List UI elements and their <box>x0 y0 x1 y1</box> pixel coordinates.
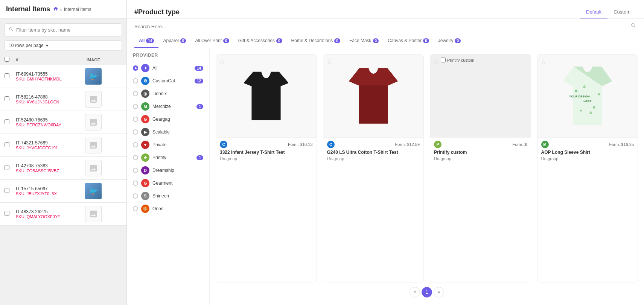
provider-icon: 🎨 <box>141 205 149 213</box>
provider-radio[interactable] <box>133 142 138 147</box>
provider-item-private[interactable]: ♥ Private <box>133 138 203 151</box>
provider-radio[interactable] <box>133 91 138 96</box>
search-bar[interactable] <box>5 23 122 36</box>
cat-tab-face-mask[interactable]: Face Mask 0 <box>345 34 383 48</box>
product-price-row: C Form: $12.59 <box>327 141 420 148</box>
cat-tab-badge: 0 <box>423 38 429 43</box>
cat-tab-gift-&-accessories[interactable]: Gift & Accessories 0 <box>234 34 287 48</box>
provider-radio[interactable] <box>133 65 138 71</box>
svg-point-4 <box>580 109 582 111</box>
product-image <box>85 114 102 130</box>
table-rows: IT-69941-73555 SKU: GMHY4OTNKMDL 🐦 IT-58… <box>0 65 126 305</box>
product-image-aop-shirt: YOUR DESIGN HERE <box>563 64 612 128</box>
provider-radio[interactable] <box>133 193 138 199</box>
product-image <box>85 91 102 108</box>
provider-icon: G <box>141 179 149 187</box>
provider-left: D Dreamship <box>133 166 174 175</box>
provider-item-printify[interactable]: ★ Printify 1 <box>133 151 203 164</box>
svg-text:HERE: HERE <box>583 100 592 103</box>
row-checkbox[interactable] <box>5 211 9 216</box>
products-grid: ☆ C Form: $10.13 3322 Infant Jersey T-Sh… <box>216 54 638 282</box>
pagination-next[interactable]: » <box>434 287 444 297</box>
star-button[interactable]: ☆ <box>219 58 225 66</box>
select-all-checkbox[interactable] <box>5 57 9 62</box>
provider-radio[interactable] <box>133 155 138 160</box>
provider-radio[interactable] <box>133 168 138 173</box>
pagination-prev[interactable]: « <box>410 287 420 297</box>
provider-radio[interactable] <box>133 129 138 135</box>
cat-tab-label: Face Mask <box>349 38 371 43</box>
table-row: IT-48373-26275 SKU: QMALYOGXF0YF <box>0 203 126 226</box>
product-card: ☆ YOUR DESIGN HERE M Form: $16.25 AOP Lo… <box>537 54 638 282</box>
provider-item-lionnix[interactable]: ◎ Lionnix <box>133 87 203 100</box>
product-type-title: #Product type <box>134 8 180 16</box>
provider-title: Provider <box>133 53 203 58</box>
star-button[interactable]: ☆ <box>540 58 547 66</box>
cat-tab-jewelry[interactable]: Jewelry 0 <box>434 34 465 48</box>
row-checkbox[interactable] <box>5 165 9 170</box>
row-checkbox[interactable] <box>5 188 9 193</box>
provider-item-shineon[interactable]: S Shineon <box>133 190 203 202</box>
pagination-current[interactable]: 1 <box>422 287 432 297</box>
provider-radio[interactable] <box>133 181 138 186</box>
search-input[interactable] <box>16 27 118 33</box>
view-tabs: DefaultCustom <box>580 6 636 18</box>
star-button[interactable]: ☆ <box>433 58 439 66</box>
provider-item-gearment[interactable]: G Gearment <box>133 177 203 190</box>
cat-tab-all-over-print[interactable]: All Over Print 0 <box>190 34 233 48</box>
cat-tab-label: All Over Print <box>195 38 222 43</box>
product-ungroup[interactable]: Un-group <box>220 156 313 161</box>
provider-radio[interactable] <box>133 206 138 211</box>
left-header: Internal Items » Internal Items <box>0 0 126 19</box>
chevron-down-icon: ▾ <box>46 43 48 48</box>
row-checkbox[interactable] <box>5 119 9 124</box>
product-search-input[interactable] <box>134 24 627 29</box>
provider-item-onos[interactable]: 🎨 Onos <box>133 202 203 215</box>
provider-left: G Geargag <box>133 115 170 123</box>
printify-custom-checkbox[interactable] <box>441 58 446 62</box>
svg-text:YOUR DESIGN: YOUR DESIGN <box>569 95 590 98</box>
home-icon[interactable] <box>53 6 58 12</box>
table-row: IT-15715-65097 SKU: JBUZXJYT0L6X 🐦 <box>0 180 126 203</box>
provider-left: S Shineon <box>133 192 169 200</box>
provider-item-scalable[interactable]: ▶ Scalable <box>133 126 203 138</box>
product-image-area: ☆ Printify custom <box>430 55 531 137</box>
provider-name: Scalable <box>152 129 170 135</box>
row-checkbox[interactable] <box>5 142 9 147</box>
provider-item-customcat[interactable]: ⚙ CustomCat 12 <box>133 74 203 87</box>
search-row[interactable] <box>127 19 644 34</box>
provider-item-merchize[interactable]: M Merchize 1 <box>133 100 203 113</box>
search-submit-icon[interactable] <box>630 23 636 30</box>
cat-tab-canvas-&-poster[interactable]: Canvas & Poster 0 <box>383 34 434 48</box>
product-card: ☆ C Form: $10.13 3322 Infant Jersey T-Sh… <box>216 54 317 282</box>
cat-tab-apparel[interactable]: Apparel 0 <box>158 34 190 48</box>
breadcrumb-item: Internal Items <box>64 7 91 12</box>
printify-custom-badge: Printify custom <box>441 58 474 62</box>
product-image: 🐦 <box>85 68 102 85</box>
row-checkbox[interactable] <box>5 73 9 78</box>
provider-radio[interactable] <box>133 78 138 83</box>
provider-radio[interactable] <box>133 117 138 122</box>
provider-radio[interactable] <box>133 104 138 109</box>
star-button[interactable]: ☆ <box>326 58 332 66</box>
provider-count: 14 <box>195 66 203 71</box>
rows-selector[interactable]: 10 rows per page ▾ <box>5 40 122 51</box>
product-price: Form: $10.13 <box>288 142 312 147</box>
cat-tab-badge: 0 <box>334 38 340 43</box>
cat-tab-all[interactable]: All 14 <box>134 34 158 48</box>
provider-item-all[interactable]: ✦ All 14 <box>133 62 203 74</box>
product-ungroup[interactable]: Un-group <box>327 156 420 161</box>
provider-item-dreamship[interactable]: D Dreamship <box>133 164 203 177</box>
provider-icon: ✦ <box>141 64 149 72</box>
svg-point-3 <box>598 93 600 95</box>
provider-item-geargag[interactable]: G Geargag <box>133 113 203 126</box>
product-ungroup[interactable]: Un-group <box>434 156 527 161</box>
provider-count: 12 <box>195 79 203 83</box>
view-tab-custom[interactable]: Custom <box>607 6 636 18</box>
product-image-area: ☆ <box>216 55 317 137</box>
cat-tab-home-&-decorations[interactable]: Home & Decorations 0 <box>287 34 345 48</box>
product-ungroup[interactable]: Un-group <box>541 156 634 161</box>
row-checkbox[interactable] <box>5 96 9 101</box>
product-card: ☆ Printify custom P Form: $ Printify cus… <box>430 54 531 282</box>
view-tab-default[interactable]: Default <box>580 6 607 18</box>
